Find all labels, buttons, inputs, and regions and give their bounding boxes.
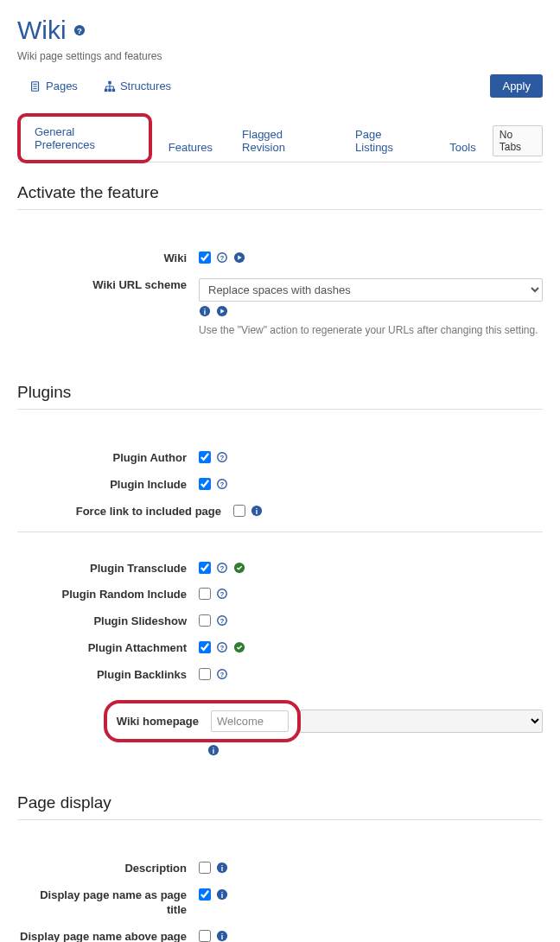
plugin-include-checkbox[interactable] xyxy=(199,478,211,490)
plugin-attachment-checkbox[interactable] xyxy=(199,641,211,653)
section-activate-title: Activate the feature xyxy=(17,183,543,202)
tab-page-listings[interactable]: Page Listings xyxy=(342,119,433,162)
plugin-slideshow-label: Plugin Slideshow xyxy=(17,614,199,629)
structures-link-label: Structures xyxy=(120,80,171,92)
display-title-label: Display page name as page title xyxy=(17,888,199,918)
help-icon[interactable]: ? xyxy=(216,641,228,653)
urlscheme-select[interactable]: Replace spaces with dashes xyxy=(199,278,543,302)
wiki-homepage-select[interactable] xyxy=(300,710,543,733)
play-icon[interactable] xyxy=(216,305,228,317)
display-title-checkbox[interactable] xyxy=(199,888,211,901)
info-icon[interactable]: i xyxy=(207,744,220,756)
tab-features[interactable]: Features xyxy=(156,132,226,162)
plugin-random-checkbox[interactable] xyxy=(199,588,211,600)
tab-general-preferences[interactable]: General Preferences xyxy=(17,113,152,163)
document-icon xyxy=(29,80,41,92)
info-icon[interactable]: i xyxy=(251,505,263,517)
svg-text:?: ? xyxy=(220,564,225,572)
help-icon[interactable]: ? xyxy=(73,24,86,36)
divider xyxy=(17,209,543,210)
svg-text:i: i xyxy=(256,506,258,515)
wiki-homepage-label: Wiki homepage xyxy=(116,715,211,728)
help-icon[interactable]: ? xyxy=(216,614,228,627)
plugin-backlinks-label: Plugin Backlinks xyxy=(17,668,199,683)
wiki-homepage-input[interactable] xyxy=(211,710,289,732)
section-plugins-title: Plugins xyxy=(17,383,543,402)
top-links-row: Pages Structures Apply xyxy=(17,74,543,98)
divider xyxy=(17,819,543,820)
help-icon[interactable]: ? xyxy=(216,588,228,600)
svg-text:?: ? xyxy=(220,254,225,262)
svg-text:i: i xyxy=(221,890,223,899)
sitemap-icon xyxy=(104,80,116,92)
description-checkbox[interactable] xyxy=(199,862,211,874)
plugin-author-checkbox[interactable] xyxy=(199,451,211,463)
force-link-checkbox[interactable] xyxy=(233,505,245,517)
urlscheme-label: Wiki URL scheme xyxy=(17,278,199,293)
svg-rect-8 xyxy=(108,88,111,92)
force-link-label: Force link to included page xyxy=(52,505,233,519)
check-circle-icon xyxy=(233,562,245,574)
play-icon[interactable] xyxy=(233,251,245,264)
structures-link[interactable]: Structures xyxy=(104,80,171,92)
wiki-homepage-row: Wiki homepage xyxy=(17,700,543,742)
display-above-label: Display page name above page xyxy=(17,930,199,942)
page-title-text: Wiki xyxy=(17,16,67,45)
help-icon[interactable]: ? xyxy=(216,562,228,574)
svg-text:i: i xyxy=(221,932,223,940)
wiki-label: Wiki xyxy=(17,251,199,266)
plugin-include-label: Plugin Include xyxy=(17,478,199,493)
check-circle-icon xyxy=(233,641,245,653)
tab-flagged-revision[interactable]: Flagged Revision xyxy=(229,119,339,162)
plugin-slideshow-checkbox[interactable] xyxy=(199,614,211,627)
svg-text:i: i xyxy=(213,747,214,755)
apply-button[interactable]: Apply xyxy=(490,74,543,98)
section-pagedisplay-title: Page display xyxy=(17,793,543,812)
svg-rect-6 xyxy=(108,80,111,84)
plugin-backlinks-checkbox[interactable] xyxy=(199,668,211,680)
plugin-attachment-label: Plugin Attachment xyxy=(17,641,199,656)
svg-rect-7 xyxy=(105,88,108,92)
svg-text:?: ? xyxy=(220,671,225,678)
wiki-checkbox[interactable] xyxy=(199,251,211,264)
info-icon[interactable]: i xyxy=(216,862,228,874)
divider xyxy=(17,409,543,410)
svg-text:i: i xyxy=(204,307,206,315)
urlscheme-hint: Use the "View" action to regenerate your… xyxy=(199,324,543,336)
plugin-author-label: Plugin Author xyxy=(17,451,199,466)
info-icon[interactable]: i xyxy=(199,305,211,317)
svg-text:?: ? xyxy=(220,591,225,599)
svg-text:?: ? xyxy=(220,644,225,652)
svg-text:?: ? xyxy=(77,26,82,35)
pages-link-label: Pages xyxy=(46,80,78,92)
tabs-row: General Preferences Features Flagged Rev… xyxy=(17,113,543,162)
divider xyxy=(17,531,543,532)
info-icon[interactable]: i xyxy=(216,888,228,901)
help-icon[interactable]: ? xyxy=(216,668,228,680)
help-icon[interactable]: ? xyxy=(216,478,228,490)
svg-rect-9 xyxy=(112,88,116,92)
plugin-random-label: Plugin Random Include xyxy=(17,588,199,602)
svg-text:?: ? xyxy=(220,454,225,461)
page-subtitle: Wiki page settings and features xyxy=(17,50,543,62)
svg-text:i: i xyxy=(221,864,223,873)
svg-text:?: ? xyxy=(220,617,225,625)
wiki-homepage-select-wrap xyxy=(300,710,543,733)
wiki-homepage-highlight: Wiki homepage xyxy=(104,700,301,742)
info-icon[interactable]: i xyxy=(216,930,228,942)
display-above-checkbox[interactable] xyxy=(199,930,211,942)
help-icon[interactable]: ? xyxy=(216,251,228,264)
description-label: Description xyxy=(17,862,199,876)
help-icon[interactable]: ? xyxy=(216,451,228,463)
no-tabs-button[interactable]: No Tabs xyxy=(493,125,543,156)
svg-text:?: ? xyxy=(220,481,225,488)
plugin-transclude-label: Plugin Transclude xyxy=(17,562,199,576)
plugin-transclude-checkbox[interactable] xyxy=(199,562,211,574)
pages-link[interactable]: Pages xyxy=(29,80,78,92)
tab-tools[interactable]: Tools xyxy=(436,132,488,162)
page-title: Wiki ? xyxy=(17,16,543,45)
